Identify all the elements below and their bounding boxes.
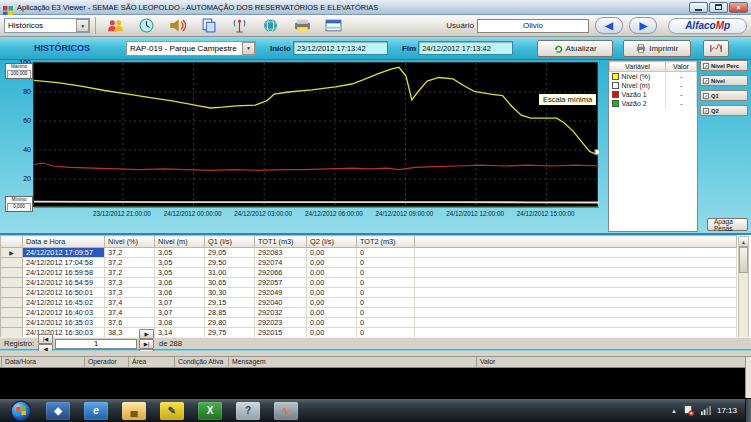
atualizar-button[interactable]: Atualizar xyxy=(537,40,613,57)
row-selector[interactable] xyxy=(1,288,23,298)
table-row[interactable]: 24/12/2012 16:35:0337,63,0829,802920230,… xyxy=(1,318,737,328)
alarm-column-header[interactable]: Mensagem xyxy=(232,358,266,365)
apaga-penas-button[interactable]: Apaga Penas xyxy=(707,218,748,231)
network-icon[interactable] xyxy=(700,405,711,416)
alarm-column-header[interactable]: Operador xyxy=(88,358,117,365)
layers-button[interactable] xyxy=(319,16,347,35)
chart-tool-button[interactable] xyxy=(703,40,729,57)
record-nav-next-2[interactable]: ▶| xyxy=(139,339,154,349)
reports-button[interactable] xyxy=(195,16,223,35)
pen-toggle-1[interactable]: ✓Nível Perc xyxy=(700,60,748,71)
table-column-header[interactable]: Q1 (l/s) xyxy=(205,236,255,248)
table-cell: 292023 xyxy=(255,318,307,328)
row-selector[interactable] xyxy=(1,298,23,308)
inicio-datetime-field[interactable]: 23/12/2012 17:13:42 xyxy=(293,41,388,55)
trend-chart-plot[interactable] xyxy=(33,62,598,207)
row-selector[interactable]: ▶ xyxy=(1,248,23,258)
pen-toggle-3[interactable]: ✓Q1 xyxy=(700,90,748,101)
excel-icon[interactable]: X xyxy=(198,402,222,420)
arrow-left-icon: ◀ xyxy=(605,20,613,31)
scrollbar-thumb[interactable] xyxy=(739,247,748,273)
table-cell: 0,00 xyxy=(307,248,357,258)
imprimir-button[interactable]: Imprimir xyxy=(623,40,691,57)
action-center-icon[interactable] xyxy=(683,405,694,416)
pen-toggle-4[interactable]: ✓Q2 xyxy=(700,105,748,116)
table-column-header[interactable]: TOT1 (m3) xyxy=(255,236,307,248)
filter-bar: HISTÓRICOS RAP-019 - Parque Campestre ▼ … xyxy=(0,37,751,60)
start-button[interactable] xyxy=(10,400,32,422)
table-row[interactable]: ▶24/12/2012 17:09:5737,23,0529,052920830… xyxy=(1,248,737,258)
table-cell: 3,06 xyxy=(155,288,205,298)
scale-max-label: Máximo xyxy=(11,64,27,69)
legend-row[interactable]: Vazão 1- xyxy=(610,90,697,99)
telemetry-button[interactable] xyxy=(226,16,254,35)
table-column-header[interactable]: Nível (%) xyxy=(105,236,155,248)
legend-row[interactable]: Nível (%)- xyxy=(610,72,697,82)
chart-app-icon[interactable]: ∿ xyxy=(274,402,298,420)
row-selector[interactable] xyxy=(1,268,23,278)
internet-explorer-icon[interactable]: e xyxy=(84,402,108,420)
nav-back-button[interactable]: ◀ xyxy=(595,17,623,34)
table-column-header[interactable] xyxy=(1,236,23,248)
alarm-grid-body[interactable] xyxy=(0,368,751,398)
device-button[interactable] xyxy=(288,16,316,35)
alarm-column-header[interactable]: Condição Ativa xyxy=(178,358,223,365)
row-selector[interactable] xyxy=(1,318,23,328)
table-cell: 37,4 xyxy=(105,308,155,318)
view-selector-combo[interactable]: Históricos ▼ xyxy=(4,18,90,33)
media-app-icon[interactable]: ◆ xyxy=(46,402,70,420)
alarm-column-header[interactable]: Área xyxy=(132,358,146,365)
table-column-header[interactable]: Q2 (l/s) xyxy=(307,236,357,248)
table-row[interactable]: 24/12/2012 16:40:0337,43,0728,852920320,… xyxy=(1,308,737,318)
alarm-column-header[interactable]: Valor xyxy=(480,358,495,365)
clock-button[interactable] xyxy=(132,16,160,35)
tray-expand-icon[interactable]: ▲ xyxy=(671,408,677,414)
users-button[interactable] xyxy=(101,16,129,35)
table-row[interactable]: 24/12/2012 17:04:5837,23,0529,502920740,… xyxy=(1,258,737,268)
table-row[interactable]: 24/12/2012 16:45:0237,43,0729,152920400,… xyxy=(1,298,737,308)
row-selector[interactable] xyxy=(1,308,23,318)
scroll-up-icon[interactable]: ▲ xyxy=(739,237,748,247)
record-nav-next-1[interactable]: ▶ xyxy=(139,329,154,339)
scale-max-box[interactable]: Máximo 100,000 xyxy=(5,63,33,79)
alarm-scrollbar[interactable] xyxy=(745,357,751,398)
row-selector[interactable] xyxy=(1,278,23,288)
table-row[interactable]: 24/12/2012 16:54:5937,33,0630,652920570,… xyxy=(1,278,737,288)
record-nav-prev-1[interactable]: |◀ xyxy=(38,334,53,344)
close-button[interactable]: × xyxy=(729,2,748,13)
y-axis-tick: 40 xyxy=(10,145,31,154)
show-desktop-button[interactable] xyxy=(745,399,751,422)
row-selector[interactable] xyxy=(1,328,23,338)
pen-toggle-2[interactable]: ✓Nível xyxy=(700,75,748,86)
help-app-icon[interactable]: ? xyxy=(236,402,260,420)
scale-min-box[interactable]: Mínimo 0,000 xyxy=(5,196,33,212)
table-row[interactable]: 24/12/2012 16:59:5837,23,0531,002920660,… xyxy=(1,268,737,278)
table-row[interactable]: 24/12/2012 16:50:0137,33,0630,302920490,… xyxy=(1,288,737,298)
table-row[interactable]: 24/12/2012 16:30:0338,33,1429,752920150,… xyxy=(1,328,737,338)
table-cell: 292083 xyxy=(255,248,307,258)
record-number-field[interactable]: 1 xyxy=(55,339,137,349)
station-combo[interactable]: RAP-019 - Parque Campestre ▼ xyxy=(126,41,256,56)
row-selector[interactable] xyxy=(1,258,23,268)
legend-row[interactable]: Nível (m)- xyxy=(610,81,697,90)
nav-forward-button[interactable]: ▶ xyxy=(629,17,657,34)
legend-row[interactable]: Vazão 2- xyxy=(610,99,697,108)
minimize-button[interactable] xyxy=(689,2,708,13)
table-column-header[interactable]: TOT2 (m3) xyxy=(357,236,415,248)
alarm-column-header[interactable]: Data/Hora xyxy=(5,358,36,365)
folder-icon[interactable]: ▄ xyxy=(122,402,146,420)
table-cell: 24/12/2012 16:35:03 xyxy=(23,318,105,328)
alarm-sound-button[interactable] xyxy=(163,16,191,35)
maximize-button[interactable] xyxy=(709,2,728,13)
main-area: 020406080100 Máximo 100,000 Mínimo 0,000… xyxy=(0,60,751,233)
table-column-header[interactable]: Nível (m) xyxy=(155,236,205,248)
taskbar: ◆ e ▄ ✎ X ? ∿ ▲ 17:13 xyxy=(0,398,751,422)
table-scrollbar[interactable]: ▲ xyxy=(738,236,749,338)
table-cell: 0 xyxy=(357,268,415,278)
user-field[interactable]: Olivio xyxy=(477,19,589,33)
network-map-button[interactable] xyxy=(257,16,285,35)
e3-editor-icon[interactable]: ✎ xyxy=(160,402,184,420)
fim-datetime-field[interactable]: 24/12/2012 17:13:42 xyxy=(418,41,513,55)
taskbar-clock[interactable]: 17:13 xyxy=(717,406,737,415)
table-column-header[interactable]: Data e Hora xyxy=(23,236,105,248)
